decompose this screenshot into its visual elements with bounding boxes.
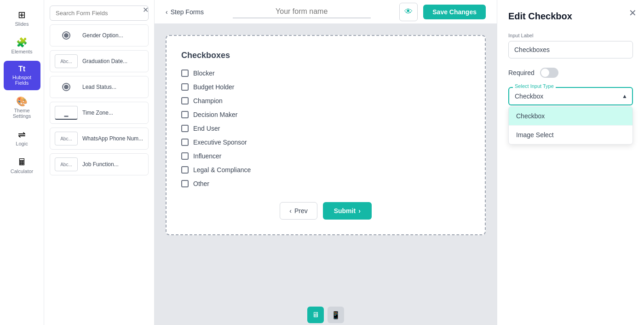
back-arrow-icon: ‹ [166,8,168,16]
table-row[interactable]: Blocker [181,70,470,77]
field-label: Job Function... [82,161,119,168]
canvas-content: Checkboxes Blocker Budget Holder Champio… [155,24,497,305]
field-label: Lead Status... [82,84,116,90]
checkbox-list: Blocker Budget Holder Champion Decision … [181,70,470,187]
form-card: Checkboxes Blocker Budget Holder Champio… [166,35,486,235]
select-input-type-group: Select Input Type Checkbox Image Select … [508,87,633,105]
field-label: Time Zone... [82,110,113,116]
field-thumb-text: Abc... [55,54,78,68]
dropdown-options: Checkbox Image Select [508,106,633,145]
required-toggle[interactable] [540,68,558,78]
sidebar-item-slides[interactable]: ⊞ Slides [4,6,40,31]
table-row[interactable]: End User [181,125,470,132]
checkbox-icon [181,180,189,187]
preview-button[interactable]: 👁 [399,3,418,21]
field-thumb-radio [55,80,78,94]
table-row[interactable]: Budget Holder [181,83,470,91]
mobile-icon: 📱 [331,311,340,319]
checkbox-label: Blocker [193,70,215,77]
table-row[interactable]: Executive Sponsor [181,139,470,146]
checkbox-label: Influencer [193,152,221,160]
nav-sidebar: ⊞ Slides 🧩 Elements Tt Hubspot Fields 🎨 … [0,0,44,325]
desktop-device-button[interactable]: 🖥 [307,307,324,323]
sidebar-item-theme[interactable]: 🎨 Theme Settings [4,92,40,123]
save-changes-button[interactable]: Save Changes [423,5,486,19]
list-item[interactable]: Abc... WhatsApp Phone Num... [50,128,149,150]
prev-arrow-icon: ‹ [289,207,292,215]
fields-panel: ✕ Gender Option... Abc... Graduation Dat… [44,0,155,325]
sidebar-item-elements[interactable]: 🧩 Elements [4,33,40,59]
checkbox-label: Budget Holder [193,83,235,91]
hubspot-icon: Tt [18,65,25,73]
submit-button[interactable]: Submit › [323,202,372,220]
top-bar-actions: 👁 Save Changes [399,3,486,21]
desktop-icon: 🖥 [312,311,319,319]
list-item[interactable]: ▬ Time Zone... [50,102,149,124]
submit-label: Submit [334,207,356,215]
table-row[interactable]: Champion [181,97,470,104]
checkbox-icon [181,139,189,146]
form-name-input[interactable] [233,6,371,18]
top-bar: ‹ Step Forms 👁 Save Changes [155,0,497,24]
edit-panel-title: Edit Checkbox [508,11,633,22]
list-item[interactable]: Abc... Job Function... [50,153,149,175]
fields-panel-close-button[interactable]: ✕ [143,6,149,14]
table-row[interactable]: Legal & Compliance [181,166,470,174]
select-input-type-control[interactable]: Checkbox Image Select [508,87,633,105]
field-thumb-radio [55,29,78,42]
mobile-device-button[interactable]: 📱 [328,307,344,323]
back-label: Step Forms [171,8,204,16]
sidebar-item-calculator[interactable]: 🖩 Calculator [4,153,40,179]
list-item[interactable]: Lead Status... [50,76,149,98]
logic-icon: ⇌ [18,130,26,139]
eye-icon: 👁 [404,7,413,17]
table-row[interactable]: Decision Maker [181,111,470,118]
field-thumb-text: Abc... [55,157,78,171]
device-bar: 🖥 📱 [155,305,497,325]
search-input[interactable] [50,6,149,21]
checkbox-label: Other [193,180,209,187]
sidebar-item-logic-label: Logic [16,141,28,146]
slides-icon: ⊞ [18,10,26,19]
checkbox-icon [181,83,189,91]
sidebar-item-logic[interactable]: ⇌ Logic [4,125,40,151]
back-button[interactable]: ‹ Step Forms [166,8,204,16]
edit-panel: ✕ Edit Checkbox Input Label Required Sel… [497,0,644,325]
input-label-field[interactable] [508,41,633,58]
input-label-field-label: Input Label [508,33,633,38]
select-input-type-label: Select Input Type [513,83,556,89]
sidebar-item-slides-label: Slides [15,21,29,27]
list-item[interactable]: Gender Option... [50,24,149,46]
dropdown-option-image-select[interactable]: Image Select [509,125,632,144]
input-label-group: Input Label [508,33,633,58]
checkbox-icon [181,111,189,118]
checkbox-label: Champion [193,97,223,104]
table-row[interactable]: Influencer [181,152,470,160]
submit-arrow-icon: › [358,207,361,215]
prev-button[interactable]: ‹ Prev [280,202,317,220]
calculator-icon: 🖩 [17,157,27,167]
checkbox-icon [181,70,189,77]
field-thumb-text: Abc... [55,132,78,145]
checkbox-label: Executive Sponsor [193,139,247,146]
sidebar-item-calculator-label: Calculator [11,168,34,174]
checkbox-label: End User [193,125,220,132]
checkbox-icon [181,152,189,160]
radio-circle-icon [62,83,70,91]
field-thumb-select: ▬ [55,106,78,120]
table-row[interactable]: Other [181,180,470,187]
checkbox-icon [181,97,189,104]
checkbox-label: Legal & Compliance [193,166,251,174]
sidebar-item-hubspot-label: Hubspot Fields [7,75,37,86]
sidebar-item-theme-label: Theme Settings [7,108,37,119]
sidebar-item-hubspot[interactable]: Tt Hubspot Fields [4,61,40,90]
edit-panel-close-button[interactable]: ✕ [629,7,637,18]
required-label: Required [508,69,535,76]
radio-circle-icon [62,31,70,40]
theme-icon: 🎨 [16,97,28,106]
field-label: Graduation Date... [82,58,127,64]
dropdown-option-checkbox[interactable]: Checkbox [509,107,632,125]
main-canvas: ‹ Step Forms 👁 Save Changes Checkboxes B… [155,0,497,325]
elements-icon: 🧩 [16,38,28,47]
list-item[interactable]: Abc... Graduation Date... [50,50,149,72]
